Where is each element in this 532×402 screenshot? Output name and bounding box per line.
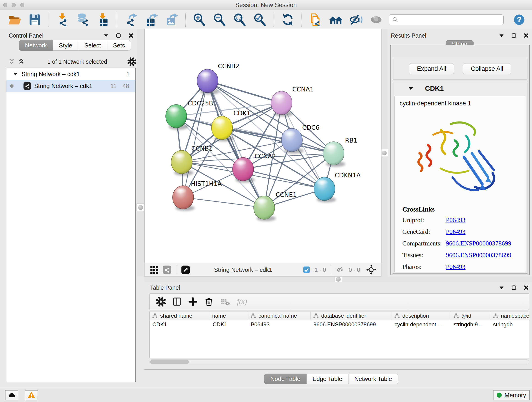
open-folder-icon[interactable] [8,13,21,26]
tab-network[interactable]: Network [19,40,53,51]
grid-view-icon[interactable] [150,265,159,274]
warnings-button[interactable] [25,390,38,400]
column-header-name[interactable]: name [210,312,248,320]
column-header-shared-name[interactable]: shared name [150,312,210,320]
expand-all-networks-icon[interactable] [17,58,25,65]
expand-all-button[interactable]: Expand All [409,63,454,74]
import-database-icon[interactable] [76,13,89,26]
table-cell[interactable]: 9606.ENSP00000378699 [311,320,392,329]
table-cell[interactable]: cyclin-dependent ... [392,320,451,329]
node-CDKN1A[interactable]: CDKN1A [312,172,361,201]
table-cell[interactable]: stringdb:9... [451,320,490,329]
selected-checkbox-icon[interactable] [303,266,310,274]
detach-view-icon[interactable] [181,265,190,274]
edge-CDK1-RB1[interactable] [222,128,334,153]
column-header-description[interactable]: description [392,312,451,320]
column-header-label: namespace [501,313,529,319]
help-button[interactable]: ? [513,14,525,26]
export-network-icon[interactable] [124,13,138,26]
search-input[interactable] [400,15,500,24]
node-CDC6[interactable]: CDC6 [281,124,320,152]
fit-selected-crosshair-icon[interactable] [366,265,376,275]
refresh-view-icon[interactable] [281,13,294,26]
right-splitter[interactable] [381,29,388,277]
tab-node-table[interactable]: Node Table [264,374,307,384]
results-panel-close-button[interactable] [523,32,529,38]
network-row-selected[interactable]: String Network – cdk1 11 48 [6,80,135,92]
table-toolbar: f(x) [149,293,529,310]
network-thumbnail-icon[interactable] [162,265,172,274]
create-column-plus-icon[interactable] [188,297,198,307]
zoom-out-icon[interactable] [213,13,226,26]
node-HIST1H1A[interactable]: HIST1H1A [172,180,222,209]
column-header-namespace[interactable]: namespace [490,312,528,320]
control-panel-float-button[interactable] [115,32,121,38]
node-CCNE1[interactable]: CCNE1 [254,191,297,219]
collapse-all-networks-icon[interactable] [8,58,16,65]
tab-edge-table[interactable]: Edge Table [307,374,348,384]
node-CCNB1[interactable]: CCNB1 [171,145,213,174]
node-CCNA1[interactable]: CCNA1 [271,86,314,115]
table-settings-gear-icon[interactable] [156,297,166,307]
memory-button[interactable]: Memory [493,390,530,400]
network-options-gear-icon[interactable] [127,57,136,66]
network-graph[interactable]: CCNB2 CCNA1 CDC25B CDK1 CDC6 RB1 [145,29,381,263]
entry-collapse-triangle-icon[interactable] [408,85,414,92]
export-image-icon[interactable] [165,13,178,26]
export-table-icon[interactable] [145,13,158,26]
scrollbar-thumb[interactable] [150,360,189,364]
first-neighbors-icon[interactable] [329,13,342,26]
edge-CCNB2-CCNE1[interactable] [208,81,264,208]
zoom-in-icon[interactable] [193,13,206,26]
import-table-icon[interactable] [96,13,110,26]
table-panel-menu-button[interactable] [499,285,505,291]
tab-sets[interactable]: Sets [107,40,131,51]
hide-selected-icon[interactable] [349,13,363,26]
zoom-selected-icon[interactable] [253,13,266,26]
show-hidden-icon[interactable] [370,13,383,26]
table-cell[interactable]: CDK1 [150,320,210,329]
column-header-canonical-name[interactable]: canonical name [248,312,311,320]
delete-column-trash-icon[interactable] [204,297,214,307]
node-RB1[interactable]: RB1 [323,137,357,165]
crosslink-value-link[interactable]: P06493 [446,263,466,270]
network-canvas[interactable]: CCNB2 CCNA1 CDC25B CDK1 CDC6 RB1 [144,29,381,263]
right-splitter-handle[interactable] [380,149,388,157]
clone-network-icon[interactable] [309,13,322,26]
column-header-@id[interactable]: @id [451,312,490,320]
zoom-fit-icon[interactable] [233,13,246,26]
control-panel-close-button[interactable] [128,32,134,38]
table-cell[interactable]: CDK1 [210,320,248,329]
collapse-triangle-icon[interactable] [12,71,18,77]
results-panel-menu-button[interactable] [499,32,505,38]
table-panel-close-button[interactable] [523,285,529,291]
table-cell[interactable]: P06493 [248,320,311,329]
save-session-icon[interactable] [28,13,41,26]
crosslink-value-link[interactable]: P06493 [446,228,466,235]
entry-header-cdk1[interactable]: CDK1 [393,81,527,96]
column-header-database-identifier[interactable]: database identifier [311,312,392,320]
left-splitter[interactable] [137,29,144,277]
crosslink-value-link[interactable]: P06493 [446,216,466,224]
edge-HIST1H1A-CCNE1[interactable] [183,197,264,208]
table-cell[interactable]: stringdb [490,320,528,329]
edge-CCNB2-HIST1H1A[interactable] [183,81,208,197]
collapse-all-button[interactable]: Collapse All [463,63,511,74]
control-panel-menu-button[interactable] [103,32,109,38]
tab-style[interactable]: Style [53,40,78,51]
column-visibility-icon[interactable] [172,297,182,307]
tab-network-table[interactable]: Network Table [348,374,398,384]
table-horizontal-scrollbar[interactable] [149,359,529,364]
network-collection-row[interactable]: String Network – cdk1 1 [6,68,135,80]
tab-select[interactable]: Select [78,40,107,51]
crosslink-value-link[interactable]: 9606.ENSP00000378699 [446,251,511,259]
left-splitter-handle[interactable] [137,204,144,211]
cloud-status-button[interactable] [5,390,18,400]
table-row[interactable]: CDK1CDK1P064939606.ENSP00000378699cyclin… [150,320,529,329]
results-panel-float-button[interactable] [511,32,517,38]
edge-CCNA2-CDKN1A[interactable] [243,169,324,189]
bottom-splitter[interactable] [144,277,532,282]
table-panel-float-button[interactable] [511,285,517,291]
crosslink-value-link[interactable]: 9606.ENSP00000378699 [446,240,511,247]
import-network-icon[interactable] [56,13,70,26]
